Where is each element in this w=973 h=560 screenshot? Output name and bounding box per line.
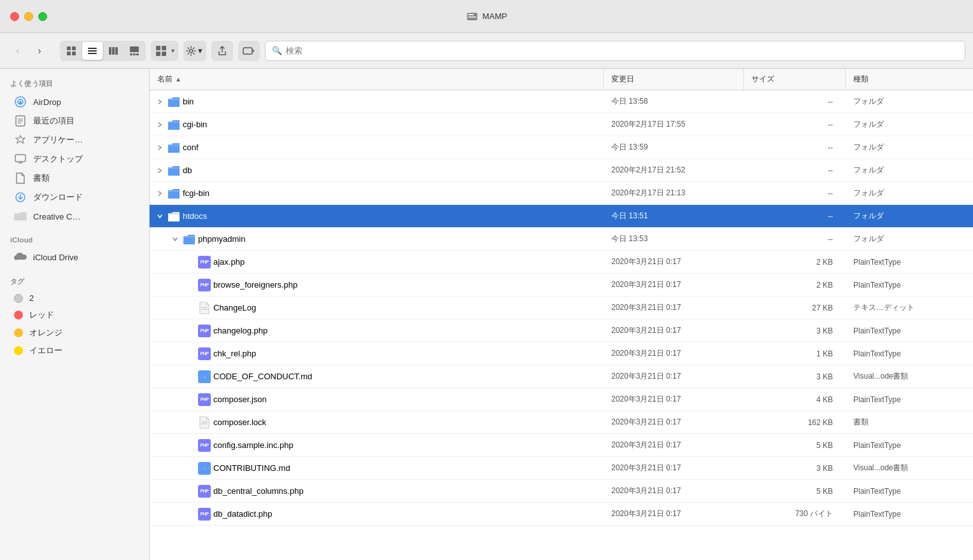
file-size: 5 KB — [744, 441, 846, 450]
expand-arrow[interactable] — [185, 486, 195, 496]
sidebar-item-tag-yellow[interactable]: イエロー — [4, 342, 145, 360]
table-row[interactable]: ChangeLog2020年3月21日 0:1727 KBテキス…ディット — [150, 297, 973, 319]
table-row[interactable]: cgi-bin2020年2月17日 17:55--フォルダ — [150, 113, 973, 136]
sidebar-item-recents[interactable]: 最近の項目 — [4, 111, 145, 130]
sidebar-item-tag-2[interactable]: 2 — [4, 290, 145, 306]
expand-arrow[interactable] — [155, 143, 165, 153]
forward-button[interactable]: › — [29, 42, 50, 60]
tag-button[interactable] — [238, 41, 260, 61]
downloads-icon — [14, 191, 27, 204]
expand-arrow[interactable] — [185, 303, 195, 313]
expand-arrow[interactable] — [170, 234, 180, 244]
back-button[interactable]: ‹ — [8, 42, 28, 60]
maximize-button[interactable] — [38, 12, 47, 21]
file-modified-date: 2020年3月21日 0:17 — [604, 371, 744, 382]
file-name: browse_foreigners.php — [213, 280, 297, 290]
file-browser-content: 名前 ▲ 変更日 サイズ 種類 bin今日 13:58--フォルダ cgi-bi… — [150, 69, 973, 560]
documents-icon — [14, 172, 27, 185]
table-row[interactable]: composer.lock2020年3月21日 0:17162 KB書類 — [150, 411, 973, 434]
file-size: 1 KB — [744, 349, 846, 358]
sidebar-item-label-tag-2: 2 — [29, 293, 34, 303]
icon-view-button[interactable] — [61, 42, 82, 60]
col-kind-label: 種類 — [853, 74, 869, 85]
sidebar-item-creative[interactable]: Creative C… — [4, 207, 145, 226]
table-row[interactable]: PHPcomposer.json2020年3月21日 0:174 KBPlain… — [150, 388, 973, 411]
file-name: bin — [183, 97, 194, 106]
minimize-button[interactable] — [24, 12, 33, 21]
file-kind: PlainTextType — [846, 281, 973, 290]
table-row[interactable]: bin今日 13:58--フォルダ — [150, 90, 973, 113]
col-name-label: 名前 — [157, 74, 173, 85]
group-dropdown-arrow: ▾ — [171, 47, 174, 54]
column-view-button[interactable] — [103, 42, 124, 60]
sidebar-item-label-icloud: iCloud Drive — [33, 253, 78, 262]
file-name: htdocs — [183, 211, 207, 221]
sidebar-item-documents[interactable]: 書類 — [4, 169, 145, 188]
expand-arrow[interactable] — [155, 211, 165, 221]
sidebar-item-desktop[interactable]: デスクトップ — [4, 150, 145, 169]
expand-arrow[interactable] — [185, 372, 195, 382]
sidebar-item-downloads[interactable]: ダウンロード — [4, 188, 145, 207]
table-row[interactable]: PHPajax.php2020年3月21日 0:172 KBPlainTextT… — [150, 251, 973, 274]
sidebar-item-icloud[interactable]: iCloud Drive — [4, 248, 145, 267]
table-row[interactable]: htdocs今日 13:51--フォルダ — [150, 205, 973, 228]
expand-arrow[interactable] — [185, 326, 195, 336]
sidebar-item-airdrop[interactable]: AirDrop — [4, 92, 145, 111]
table-row[interactable]: PHPconfig.sample.inc.php2020年3月21日 0:175… — [150, 434, 973, 457]
svg-rect-1 — [469, 14, 474, 15]
table-row[interactable]: ↓CONTRIBUTING.md2020年3月21日 0:173 KBVisua… — [150, 457, 973, 480]
gallery-view-button[interactable] — [124, 42, 145, 60]
search-input[interactable] — [286, 46, 958, 55]
sidebar-item-applications[interactable]: アプリケー… — [4, 130, 145, 150]
share-button[interactable] — [211, 41, 233, 61]
file-size: -- — [744, 143, 846, 152]
svg-rect-20 — [162, 52, 166, 56]
file-kind: フォルダ — [846, 165, 973, 176]
expand-arrow[interactable] — [155, 188, 165, 199]
search-box[interactable]: 🔍 — [265, 41, 965, 61]
file-size: -- — [744, 166, 846, 175]
expand-arrow[interactable] — [185, 463, 195, 473]
expand-arrow[interactable] — [155, 165, 165, 176]
table-row[interactable]: PHPchk_rel.php2020年3月21日 0:171 KBPlainTe… — [150, 342, 973, 365]
col-header-name[interactable]: 名前 ▲ — [150, 69, 604, 90]
file-icon — [198, 416, 211, 429]
expand-arrow[interactable] — [185, 440, 195, 451]
expand-arrow[interactable] — [185, 509, 195, 519]
table-row[interactable]: PHPdb_central_columns.php2020年3月21日 0:17… — [150, 480, 973, 503]
file-name: db_central_columns.php — [213, 486, 304, 496]
file-size: 5 KB — [744, 487, 846, 496]
expand-arrow[interactable] — [185, 257, 195, 267]
sidebar: よく使う項目 AirDrop 最近の項 — [0, 69, 150, 560]
favorites-section-title: よく使う項目 — [0, 76, 149, 92]
file-kind: 書類 — [846, 417, 973, 428]
table-row[interactable]: PHPdb_datadict.php2020年3月21日 0:17730 バイト… — [150, 503, 973, 526]
sidebar-item-tag-red[interactable]: レッド — [4, 306, 145, 324]
table-row[interactable]: conf今日 13:59--フォルダ — [150, 136, 973, 159]
settings-button[interactable]: ▾ — [183, 41, 206, 61]
list-view-button[interactable] — [82, 42, 103, 60]
table-row[interactable]: phpmyadmin今日 13:53--フォルダ — [150, 228, 973, 251]
file-size: 3 KB — [744, 464, 846, 473]
expand-arrow[interactable] — [155, 120, 165, 130]
table-row[interactable]: PHPchangelog.php2020年3月21日 0:173 KBPlain… — [150, 319, 973, 342]
expand-arrow[interactable] — [185, 349, 195, 359]
file-kind: PlainTextType — [846, 441, 973, 450]
col-header-kind[interactable]: 種類 — [846, 69, 973, 90]
col-header-size[interactable]: サイズ — [744, 69, 846, 90]
file-name: fcgi-bin — [183, 188, 210, 198]
file-size: 3 KB — [744, 372, 846, 381]
table-row[interactable]: ↓CODE_OF_CONDUCT.md2020年3月21日 0:173 KBVi… — [150, 365, 973, 388]
table-row[interactable]: PHPbrowse_foreigners.php2020年3月21日 0:172… — [150, 274, 973, 297]
close-button[interactable] — [10, 12, 19, 21]
col-header-modified[interactable]: 変更日 — [604, 69, 744, 90]
table-row[interactable]: fcgi-bin2020年2月17日 21:13--フォルダ — [150, 182, 973, 205]
expand-arrow[interactable] — [185, 417, 195, 428]
sidebar-item-tag-orange[interactable]: オレンジ — [4, 324, 145, 342]
group-button[interactable]: ▾ — [151, 41, 178, 61]
traffic-lights — [10, 12, 47, 21]
expand-arrow[interactable] — [155, 97, 165, 107]
table-row[interactable]: db2020年2月17日 21:52--フォルダ — [150, 159, 973, 182]
expand-arrow[interactable] — [185, 280, 195, 290]
expand-arrow[interactable] — [185, 395, 195, 405]
